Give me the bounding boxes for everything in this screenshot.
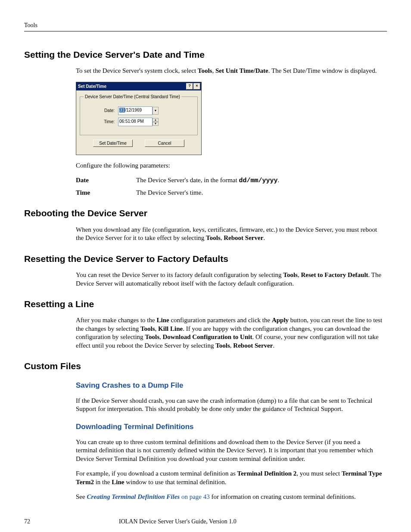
footer-title: IOLAN Device Server User's Guide, Versio… (76, 518, 387, 526)
group-legend: Device Server Date/Time (Central Standar… (84, 94, 181, 100)
dialog-title-text: Set Date/Time (78, 84, 186, 89)
page-header: Tools (24, 22, 387, 31)
page-number: 72 (24, 518, 76, 526)
set-date-time-dialog: Set Date/Time ? × Device Server Date/Tim… (76, 82, 202, 155)
param-date-desc: The Device Server's date, in the format … (136, 176, 383, 185)
date-dropdown-button[interactable]: ▼ (153, 107, 159, 115)
param-time: Time The Device Server's time. (76, 189, 383, 197)
param-date: Date The Device Server's date, in the fo… (76, 176, 383, 185)
param-time-desc: The Device Server's time. (136, 189, 383, 197)
subheading-dump-file: Saving Crashes to a Dump File (76, 381, 383, 390)
date-label: Date: (84, 108, 118, 113)
heading-set-date-time: Setting the Device Server's Date and Tim… (24, 49, 387, 60)
set-date-time-button[interactable]: Set Date/Time (93, 140, 133, 147)
heading-rebooting: Rebooting the Device Server (24, 207, 387, 219)
s2-body: When you download any file (configuratio… (76, 226, 383, 243)
heading-custom-files: Custom Files (24, 360, 387, 372)
spinner-down-icon[interactable]: ▼ (153, 122, 159, 126)
heading-resetting-line: Resetting a Line (24, 298, 387, 310)
s5-sub2-p2: For example, if you download a custom te… (76, 470, 383, 486)
date-time-group: Device Server Date/Time (Central Standar… (80, 94, 198, 135)
subheading-terminal-defs: Downloading Terminal Definitions (76, 422, 383, 432)
help-icon[interactable]: ? (186, 83, 193, 90)
s1-config-intro: Configure the following parameters: (76, 162, 383, 170)
param-time-label: Time (76, 189, 136, 197)
date-input[interactable]: 31/12/1969 (118, 106, 153, 115)
heading-factory-defaults: Resetting the Device Server to Factory D… (24, 253, 387, 264)
s5-sub2-p3: See Creating Terminal Definition Files o… (76, 493, 383, 501)
time-label: Time: (84, 119, 118, 124)
xref-terminal-def-files[interactable]: Creating Terminal Definition Files on pa… (87, 493, 209, 500)
param-date-label: Date (76, 176, 136, 185)
close-icon[interactable]: × (193, 83, 200, 90)
s1-intro: To set the Device Server's system clock,… (76, 67, 383, 75)
page-footer: 72 IOLAN Device Server User's Guide, Ver… (24, 518, 387, 526)
dialog-titlebar: Set Date/Time ? × (76, 82, 201, 90)
s4-body: After you make changes to the Line confi… (76, 316, 383, 350)
header-section: Tools (24, 22, 37, 28)
cancel-button[interactable]: Cancel (145, 140, 184, 147)
time-spinner[interactable]: ▲ ▼ (153, 118, 159, 126)
s5-sub1-body: If the Device Server should crash, you c… (76, 397, 383, 414)
spinner-up-icon[interactable]: ▲ (153, 118, 159, 122)
time-input[interactable]: 06:51:08 PM (118, 118, 153, 126)
s5-sub2-p1: You can create up to three custom termin… (76, 438, 383, 464)
s3-body: You can reset the Device Server to its f… (76, 271, 383, 288)
